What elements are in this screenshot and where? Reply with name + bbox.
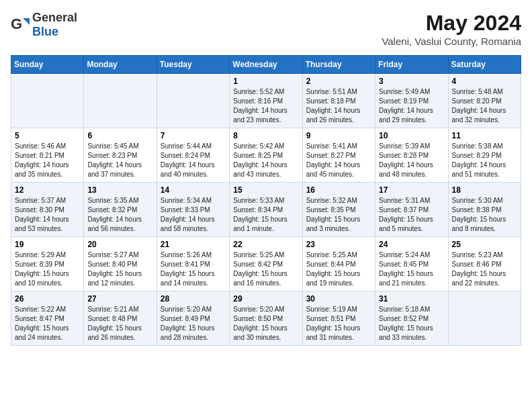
day-info: Sunrise: 5:45 AM Sunset: 8:23 PM Dayligh…	[87, 142, 152, 179]
logo-text-general: General	[32, 11, 77, 24]
day-info: Sunrise: 5:35 AM Sunset: 8:32 PM Dayligh…	[87, 196, 152, 234]
day-number: 27	[87, 294, 152, 304]
day-number: 1	[233, 77, 298, 86]
day-info: Sunrise: 5:39 AM Sunset: 8:28 PM Dayligh…	[379, 142, 444, 179]
day-info: Sunrise: 5:30 AM Sunset: 8:38 PM Dayligh…	[452, 196, 517, 234]
week-row-3: 19Sunrise: 5:29 AM Sunset: 8:39 PM Dayli…	[11, 237, 521, 291]
header-thursday: Thursday	[302, 56, 375, 74]
calendar-cell: 20Sunrise: 5:27 AM Sunset: 8:40 PM Dayli…	[84, 237, 157, 291]
page-header: G General Blue May 2024 Valeni, Vaslui C…	[11, 11, 521, 47]
day-number: 8	[233, 131, 298, 140]
day-info: Sunrise: 5:26 AM Sunset: 8:41 PM Dayligh…	[161, 250, 226, 288]
day-info: Sunrise: 5:48 AM Sunset: 8:20 PM Dayligh…	[452, 87, 517, 125]
calendar-cell: 1Sunrise: 5:52 AM Sunset: 8:16 PM Daylig…	[230, 74, 302, 128]
calendar-cell	[84, 74, 157, 128]
day-info: Sunrise: 5:33 AM Sunset: 8:34 PM Dayligh…	[233, 196, 298, 234]
day-number: 23	[306, 240, 371, 249]
calendar-cell: 21Sunrise: 5:26 AM Sunset: 8:41 PM Dayli…	[157, 237, 229, 291]
header-wednesday: Wednesday	[230, 56, 302, 74]
day-number: 3	[379, 77, 444, 86]
day-info: Sunrise: 5:42 AM Sunset: 8:25 PM Dayligh…	[233, 142, 298, 179]
day-info: Sunrise: 5:37 AM Sunset: 8:30 PM Dayligh…	[15, 196, 80, 234]
day-number: 29	[233, 294, 298, 304]
day-info: Sunrise: 5:27 AM Sunset: 8:40 PM Dayligh…	[87, 250, 152, 288]
day-number: 31	[379, 294, 444, 304]
day-info: Sunrise: 5:52 AM Sunset: 8:16 PM Dayligh…	[233, 87, 298, 125]
day-number: 25	[452, 240, 517, 249]
calendar-cell	[157, 74, 229, 128]
calendar-body: 1Sunrise: 5:52 AM Sunset: 8:16 PM Daylig…	[11, 74, 521, 346]
day-info: Sunrise: 5:29 AM Sunset: 8:39 PM Dayligh…	[15, 250, 80, 288]
calendar-cell: 27Sunrise: 5:21 AM Sunset: 8:48 PM Dayli…	[84, 291, 157, 346]
day-number: 17	[379, 185, 444, 195]
day-info: Sunrise: 5:46 AM Sunset: 8:21 PM Dayligh…	[15, 142, 80, 179]
day-number: 2	[306, 77, 371, 86]
day-info: Sunrise: 5:21 AM Sunset: 8:48 PM Dayligh…	[87, 305, 152, 342]
day-number: 10	[379, 131, 444, 140]
day-number: 18	[452, 185, 517, 195]
day-info: Sunrise: 5:38 AM Sunset: 8:29 PM Dayligh…	[452, 142, 517, 179]
calendar-cell: 30Sunrise: 5:19 AM Sunset: 8:51 PM Dayli…	[302, 291, 375, 346]
header-saturday: Saturday	[448, 56, 521, 74]
day-info: Sunrise: 5:34 AM Sunset: 8:33 PM Dayligh…	[161, 196, 226, 234]
day-number: 15	[233, 185, 298, 195]
day-number: 11	[452, 131, 517, 140]
week-row-0: 1Sunrise: 5:52 AM Sunset: 8:16 PM Daylig…	[11, 74, 521, 128]
day-info: Sunrise: 5:20 AM Sunset: 8:49 PM Dayligh…	[161, 305, 226, 342]
calendar-cell: 15Sunrise: 5:33 AM Sunset: 8:34 PM Dayli…	[230, 183, 302, 237]
calendar-cell: 12Sunrise: 5:37 AM Sunset: 8:30 PM Dayli…	[11, 183, 84, 237]
day-info: Sunrise: 5:31 AM Sunset: 8:37 PM Dayligh…	[379, 196, 444, 234]
calendar-cell: 6Sunrise: 5:45 AM Sunset: 8:23 PM Daylig…	[84, 128, 157, 183]
day-info: Sunrise: 5:25 AM Sunset: 8:44 PM Dayligh…	[306, 250, 371, 288]
day-number: 4	[452, 77, 517, 86]
subtitle: Valeni, Vaslui County, Romania	[382, 36, 521, 47]
day-number: 22	[233, 240, 298, 249]
header-monday: Monday	[84, 56, 157, 74]
svg-text:G: G	[11, 15, 22, 32]
day-number: 30	[306, 294, 371, 304]
calendar-cell: 22Sunrise: 5:25 AM Sunset: 8:42 PM Dayli…	[230, 237, 302, 291]
week-row-4: 26Sunrise: 5:22 AM Sunset: 8:47 PM Dayli…	[11, 291, 521, 346]
calendar-cell: 8Sunrise: 5:42 AM Sunset: 8:25 PM Daylig…	[230, 128, 302, 183]
day-info: Sunrise: 5:19 AM Sunset: 8:51 PM Dayligh…	[306, 305, 371, 342]
day-info: Sunrise: 5:51 AM Sunset: 8:18 PM Dayligh…	[306, 87, 371, 125]
svg-marker-1	[23, 18, 30, 25]
calendar-cell: 13Sunrise: 5:35 AM Sunset: 8:32 PM Dayli…	[84, 183, 157, 237]
day-info: Sunrise: 5:24 AM Sunset: 8:45 PM Dayligh…	[379, 250, 444, 288]
calendar-table: SundayMondayTuesdayWednesdayThursdayFrid…	[11, 55, 521, 346]
calendar-cell: 5Sunrise: 5:46 AM Sunset: 8:21 PM Daylig…	[11, 128, 84, 183]
calendar-cell: 19Sunrise: 5:29 AM Sunset: 8:39 PM Dayli…	[11, 237, 84, 291]
calendar-cell: 7Sunrise: 5:44 AM Sunset: 8:24 PM Daylig…	[157, 128, 229, 183]
day-number: 14	[161, 185, 226, 195]
day-number: 19	[15, 240, 80, 249]
day-number: 7	[161, 131, 226, 140]
calendar-cell: 31Sunrise: 5:18 AM Sunset: 8:52 PM Dayli…	[375, 291, 448, 346]
day-info: Sunrise: 5:41 AM Sunset: 8:27 PM Dayligh…	[306, 142, 371, 179]
calendar-cell: 2Sunrise: 5:51 AM Sunset: 8:18 PM Daylig…	[302, 74, 375, 128]
calendar-header: SundayMondayTuesdayWednesdayThursdayFrid…	[11, 56, 521, 74]
day-number: 6	[87, 131, 152, 140]
header-sunday: Sunday	[11, 56, 84, 74]
calendar-cell: 9Sunrise: 5:41 AM Sunset: 8:27 PM Daylig…	[302, 128, 375, 183]
day-info: Sunrise: 5:20 AM Sunset: 8:50 PM Dayligh…	[233, 305, 298, 342]
day-number: 12	[15, 185, 80, 195]
header-friday: Friday	[375, 56, 448, 74]
day-info: Sunrise: 5:22 AM Sunset: 8:47 PM Dayligh…	[15, 305, 80, 342]
day-number: 26	[15, 294, 80, 304]
day-info: Sunrise: 5:32 AM Sunset: 8:35 PM Dayligh…	[306, 196, 371, 234]
calendar-cell: 16Sunrise: 5:32 AM Sunset: 8:35 PM Dayli…	[302, 183, 375, 237]
calendar-cell: 23Sunrise: 5:25 AM Sunset: 8:44 PM Dayli…	[302, 237, 375, 291]
day-number: 16	[306, 185, 371, 195]
calendar-cell: 14Sunrise: 5:34 AM Sunset: 8:33 PM Dayli…	[157, 183, 229, 237]
calendar-cell	[448, 291, 521, 346]
day-number: 13	[87, 185, 152, 195]
calendar-cell: 25Sunrise: 5:23 AM Sunset: 8:46 PM Dayli…	[448, 237, 521, 291]
calendar-cell	[11, 74, 84, 128]
title-section: May 2024 Valeni, Vaslui County, Romania	[382, 11, 521, 47]
calendar-cell: 24Sunrise: 5:24 AM Sunset: 8:45 PM Dayli…	[375, 237, 448, 291]
main-title: May 2024	[382, 11, 521, 36]
day-number: 5	[15, 131, 80, 140]
day-number: 24	[379, 240, 444, 249]
header-tuesday: Tuesday	[157, 56, 229, 74]
calendar-cell: 3Sunrise: 5:49 AM Sunset: 8:19 PM Daylig…	[375, 74, 448, 128]
